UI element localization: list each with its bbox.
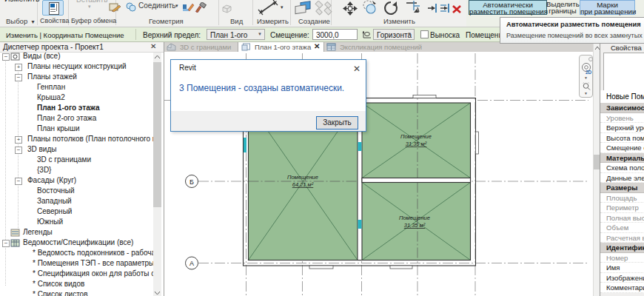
svg-text:А: А — [189, 260, 194, 267]
svg-text:Помещение: Помещение — [287, 174, 318, 181]
svg-text:64,21 м²: 64,21 м² — [292, 181, 314, 188]
svg-text:Помещение: Помещение — [400, 133, 432, 140]
svg-text:31,35 м²: 31,35 м² — [406, 141, 427, 147]
svg-text:31,35 м²: 31,35 м² — [404, 222, 426, 229]
svg-text:Помещение: Помещение — [399, 215, 430, 221]
svg-text:Б: Б — [189, 178, 194, 186]
